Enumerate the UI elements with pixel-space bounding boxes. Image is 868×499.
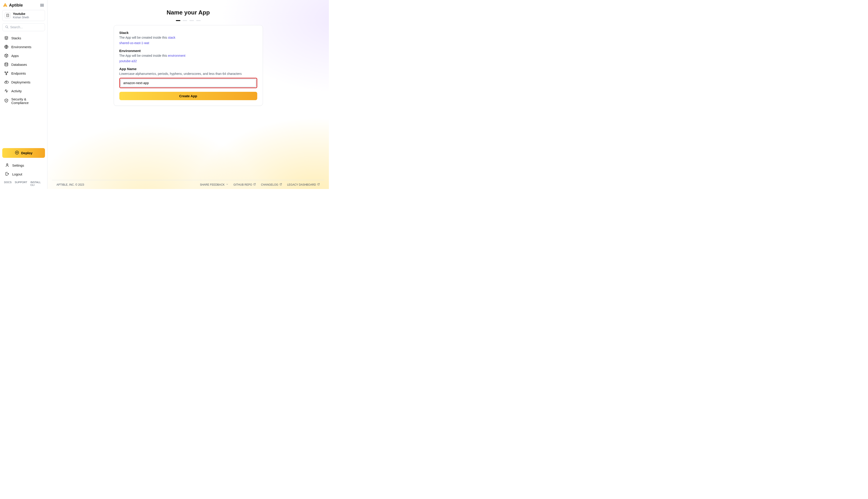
svg-point-3 <box>5 63 8 64</box>
nav-label: Databases <box>11 63 27 66</box>
progress-stepper <box>176 20 201 21</box>
nav-logout[interactable]: Logout <box>3 170 44 179</box>
nav-label: Endpoints <box>11 72 26 75</box>
search-input[interactable] <box>10 25 42 29</box>
footer-legacy[interactable]: LEGACY DASHBOARD <box>287 183 320 186</box>
chevron-down-icon <box>226 183 228 186</box>
footer-copyright: APTIBLE, INC. © 2023 <box>57 183 84 186</box>
env-link[interactable]: youtube-a32 <box>119 59 137 63</box>
brand-logo[interactable]: Aptible <box>3 3 23 8</box>
nav-deployments[interactable]: Deployments <box>2 78 45 87</box>
form-card: Stack The App will be created inside thi… <box>114 25 263 106</box>
nav-label: Apps <box>11 54 19 58</box>
footer-feedback[interactable]: SHARE FEEDBACK <box>200 183 228 186</box>
deploy-label: Deploy <box>21 151 32 155</box>
external-link-icon <box>317 183 320 186</box>
step-2 <box>183 20 187 21</box>
env-desc-link[interactable]: environment <box>168 54 185 58</box>
step-1 <box>176 20 181 21</box>
nav-databases[interactable]: Databases <box>2 60 45 69</box>
aptible-logo-icon <box>3 3 8 8</box>
shield-icon <box>4 98 9 104</box>
nav-endpoints[interactable]: Endpoints <box>2 69 45 78</box>
building-icon <box>5 12 11 18</box>
stack-desc-link[interactable]: stack <box>168 36 175 39</box>
nav-activity[interactable]: Activity <box>2 87 45 96</box>
cloud-up-icon <box>4 80 9 85</box>
org-user: Kishan Sheth <box>13 16 29 19</box>
nav-label: Logout <box>12 172 22 176</box>
page-title: Name your App <box>166 9 210 16</box>
stack-link[interactable]: shared-us-east-1-wat <box>119 41 149 45</box>
primary-nav: Stacks Environments Apps Databases Endpo… <box>1 34 46 107</box>
svg-point-8 <box>7 164 8 165</box>
appname-hint: Lowercase alphanumerics, periods, hyphen… <box>119 72 257 75</box>
search-field[interactable] <box>2 23 45 31</box>
env-desc: The App will be created inside this envi… <box>119 54 257 58</box>
create-app-button[interactable]: Create App <box>119 92 257 100</box>
nav-environments[interactable]: Environments <box>2 43 45 51</box>
org-selector[interactable]: Youtube Kishan Sheth <box>2 10 45 21</box>
org-name: Youtube <box>13 12 29 16</box>
stacks-icon <box>4 36 9 41</box>
environment-section: Environment The App will be created insi… <box>119 49 257 63</box>
external-link-icon <box>280 183 282 186</box>
sidebar: Aptible Youtube Kishan Sheth S <box>0 0 48 189</box>
stack-desc: The App will be created inside this stac… <box>119 36 257 39</box>
database-icon <box>4 62 9 68</box>
box-icon <box>4 53 9 59</box>
nav-label: Security & Compliance <box>11 97 43 105</box>
env-title: Environment <box>119 49 257 53</box>
menu-toggle-icon[interactable] <box>39 3 45 8</box>
svg-point-6 <box>6 74 7 75</box>
logout-icon <box>5 172 10 177</box>
nav-label: Stacks <box>11 36 21 40</box>
nav-label: Activity <box>11 89 22 93</box>
mini-links: DOCS SUPPORT INSTALL CLI <box>2 179 45 187</box>
step-4 <box>196 20 201 21</box>
mini-support[interactable]: SUPPORT <box>15 181 27 186</box>
globe-icon <box>4 45 9 50</box>
plus-circle-icon <box>15 150 19 156</box>
svg-rect-0 <box>7 14 9 17</box>
stack-section: Stack The App will be created inside thi… <box>119 31 257 45</box>
user-icon <box>5 163 10 168</box>
appname-title: App Name <box>119 67 257 71</box>
svg-point-1 <box>5 26 8 28</box>
external-link-icon <box>253 183 256 186</box>
appname-section: App Name Lowercase alphanumerics, period… <box>119 67 257 100</box>
nav-label: Settings <box>12 164 24 167</box>
footer: APTIBLE, INC. © 2023 SHARE FEEDBACK GITH… <box>52 180 324 189</box>
nav-apps[interactable]: Apps <box>2 51 45 60</box>
appname-input[interactable] <box>121 79 256 87</box>
nav-stacks[interactable]: Stacks <box>2 34 45 43</box>
mini-docs[interactable]: DOCS <box>4 181 12 186</box>
activity-icon <box>4 89 9 94</box>
brand-name: Aptible <box>9 3 23 8</box>
search-icon <box>5 25 9 29</box>
deploy-button[interactable]: Deploy <box>2 148 45 158</box>
nav-security[interactable]: Security & Compliance <box>2 96 45 107</box>
appname-highlight <box>119 78 257 88</box>
nodes-icon <box>4 71 9 76</box>
stack-title: Stack <box>119 31 257 35</box>
footer-github[interactable]: GITHUB REPO <box>234 183 256 186</box>
create-app-label: Create App <box>179 94 197 98</box>
footer-changelog[interactable]: CHANGELOG <box>261 183 282 186</box>
mini-install[interactable]: INSTALL CLI <box>30 181 43 186</box>
step-3 <box>189 20 194 21</box>
nav-label: Deployments <box>11 81 30 84</box>
nav-settings[interactable]: Settings <box>3 161 44 170</box>
nav-label: Environments <box>11 45 32 49</box>
